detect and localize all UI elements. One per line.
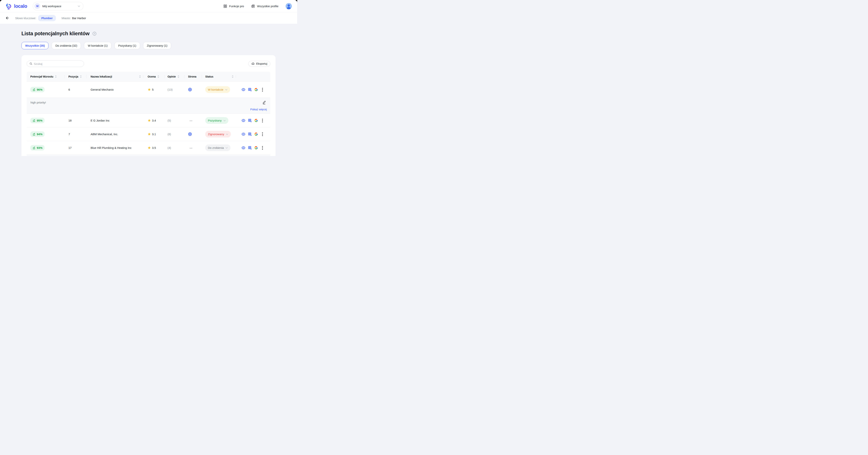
- chevron-down-icon: [225, 147, 228, 149]
- growth-potential-badge: 93%: [30, 145, 44, 151]
- view-details-button[interactable]: [242, 119, 245, 122]
- workspace-label: Mój workspace: [42, 5, 75, 8]
- export-label: Eksportuj: [256, 62, 267, 65]
- tab-ignored[interactable]: Zignorowany (1): [143, 42, 171, 49]
- add-to-table-button[interactable]: [248, 119, 252, 122]
- help-button[interactable]: ?: [92, 31, 97, 36]
- eye-icon: [242, 119, 245, 122]
- next-note-row-cropped: [27, 154, 270, 156]
- google-profile-button[interactable]: [254, 132, 258, 136]
- top-header: localo M Mój workspace Funkcje pro Ws: [0, 0, 297, 12]
- no-website-dash: —: [188, 119, 192, 122]
- growth-potential-badge: 96%: [30, 87, 44, 92]
- sort-icon: [80, 75, 82, 78]
- context-bar: Słowo kluczowe: Plumber Miasto: Bar Harb…: [0, 12, 297, 24]
- star-icon: [148, 146, 151, 149]
- tab-in-contact[interactable]: W kontakcie (1): [84, 42, 111, 49]
- location-name: ABM Mechanical, Inc.: [91, 132, 118, 136]
- eye-icon: [242, 88, 245, 92]
- website-link[interactable]: [188, 88, 192, 92]
- col-growth-potential[interactable]: Potencjał Wzrostu: [27, 75, 65, 78]
- status-dropdown[interactable]: Zignorowany: [205, 131, 231, 138]
- row-menu-button[interactable]: [262, 132, 263, 136]
- table-row: 96% 6 General Mechanix 5 (13) W kontakci…: [27, 82, 270, 98]
- show-more-button[interactable]: Pokaż więcej: [250, 108, 267, 111]
- website-link[interactable]: [188, 132, 192, 136]
- reviews-count: (5): [167, 119, 171, 122]
- chevron-down-icon: [223, 120, 226, 121]
- col-reviews[interactable]: Opinie: [164, 75, 184, 78]
- pencil-icon: [262, 100, 266, 104]
- localo-logo[interactable]: localo: [5, 3, 27, 10]
- nav-pro-features[interactable]: Funkcje pro: [223, 4, 244, 8]
- row-menu-button[interactable]: [262, 146, 263, 150]
- row-menu-button[interactable]: [262, 119, 263, 122]
- add-to-table-button[interactable]: [248, 132, 252, 136]
- col-location-name[interactable]: Nazwa lokalizacji: [86, 75, 143, 78]
- no-website-dash: —: [188, 146, 192, 149]
- table-plus-icon: [248, 119, 252, 122]
- sort-icon: [178, 75, 179, 78]
- globe-icon: [188, 88, 192, 92]
- status-dropdown[interactable]: Pozyskany: [205, 117, 228, 124]
- eye-icon: [242, 132, 245, 136]
- user-avatar[interactable]: [286, 3, 292, 9]
- row-menu-button[interactable]: [262, 88, 263, 92]
- search-field: [27, 60, 84, 67]
- profiles-icon: [251, 4, 255, 8]
- nav-all-profiles[interactable]: Wszystkie profile: [251, 4, 278, 8]
- svg-text:?: ?: [94, 33, 95, 35]
- col-rating[interactable]: Ocena: [143, 75, 164, 78]
- col-website: Strona: [184, 75, 202, 78]
- trend-up-icon: [32, 133, 35, 136]
- arrow-left-icon: [5, 16, 9, 20]
- add-to-table-button[interactable]: [248, 146, 252, 150]
- keyword-chip[interactable]: Plumber: [38, 15, 56, 21]
- status-dropdown[interactable]: W kontakcie: [205, 86, 230, 93]
- view-details-button[interactable]: [242, 146, 245, 150]
- col-status[interactable]: Status: [202, 75, 236, 78]
- table-plus-icon: [248, 132, 252, 136]
- chevron-down-icon: [78, 5, 80, 7]
- brand-name: localo: [14, 3, 27, 9]
- status-dropdown[interactable]: Do zrobienia: [205, 145, 230, 151]
- reviews-count: (4): [167, 146, 171, 149]
- sort-icon: [55, 75, 57, 78]
- position-value: 18: [68, 119, 72, 122]
- google-profile-button[interactable]: [254, 88, 258, 91]
- back-button[interactable]: [5, 16, 10, 21]
- edit-note-button[interactable]: [262, 100, 266, 104]
- main-content: Lista potencjalnych klientów ? Wszystkie…: [0, 24, 297, 156]
- google-icon: [254, 146, 258, 150]
- google-profile-button[interactable]: [254, 146, 258, 150]
- tab-all[interactable]: Wszystkie (35): [22, 42, 49, 49]
- position-value: 6: [68, 88, 70, 91]
- trend-up-icon: [32, 88, 35, 91]
- view-details-button[interactable]: [242, 132, 245, 136]
- google-profile-button[interactable]: [254, 119, 258, 122]
- trend-up-icon: [32, 119, 35, 122]
- export-button[interactable]: Eksportuj: [248, 61, 270, 67]
- note-row: high priority! Pokaż więcej: [27, 98, 270, 114]
- tab-won[interactable]: Pozyskany (1): [115, 42, 140, 49]
- add-to-table-button[interactable]: [248, 88, 252, 92]
- star-icon: [148, 119, 151, 122]
- cloud-download-icon: [251, 62, 255, 65]
- col-position[interactable]: Pozycja: [65, 75, 86, 78]
- globe-icon: [188, 132, 192, 136]
- kebab-menu-icon: [262, 88, 263, 92]
- chevron-down-icon: [225, 89, 227, 90]
- localo-logo-icon: [5, 3, 12, 10]
- tab-todo[interactable]: Do zrobienia (32): [52, 42, 81, 49]
- table-row: 93% 17 Blue Hill Plumbing & Heating Inc …: [27, 141, 270, 154]
- rating-value: 3.4: [152, 119, 156, 122]
- workspace-selector[interactable]: M Mój workspace: [33, 2, 83, 10]
- rating-value: 3.5: [152, 146, 156, 149]
- position-value: 7: [68, 132, 70, 136]
- workspace-avatar: M: [34, 3, 40, 9]
- note-text: high priority!: [31, 101, 46, 104]
- search-input[interactable]: [34, 62, 81, 65]
- view-details-button[interactable]: [242, 88, 245, 92]
- location-name: E G Jordan Inc: [91, 119, 110, 122]
- table-row: 95% 18 E G Jordan Inc 3.4 (5) — Pozyskan…: [27, 114, 270, 127]
